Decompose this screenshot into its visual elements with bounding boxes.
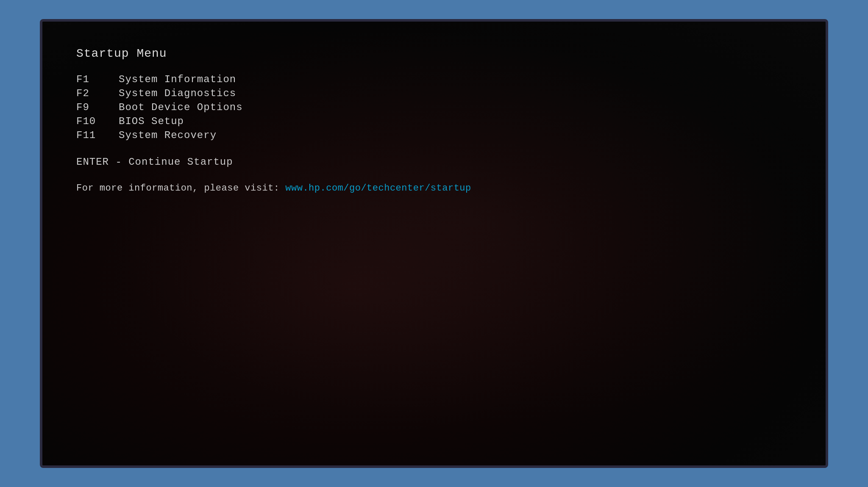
- screen-title: Startup Menu: [76, 47, 792, 60]
- menu-key: F11: [76, 130, 119, 141]
- menu-label: System Diagnostics: [119, 88, 236, 99]
- menu-row[interactable]: F11System Recovery: [76, 130, 792, 141]
- info-link: www.hp.com/go/techcenter/startup: [285, 183, 471, 194]
- menu-label: BIOS Setup: [119, 116, 184, 127]
- monitor: Startup Menu F1System InformationF2Syste…: [40, 19, 828, 468]
- menu-table: F1System InformationF2System Diagnostics…: [76, 74, 792, 141]
- info-line: For more information, please visit: www.…: [76, 183, 792, 194]
- menu-key: F1: [76, 74, 119, 85]
- menu-row[interactable]: F10BIOS Setup: [76, 116, 792, 127]
- menu-key: F2: [76, 88, 119, 99]
- menu-label: System Recovery: [119, 130, 217, 141]
- bios-screen: Startup Menu F1System InformationF2Syste…: [42, 22, 826, 465]
- menu-row[interactable]: F1System Information: [76, 74, 792, 85]
- menu-row[interactable]: F9Boot Device Options: [76, 102, 792, 113]
- menu-label: System Information: [119, 74, 236, 85]
- menu-key: F9: [76, 102, 119, 113]
- menu-key: F10: [76, 116, 119, 127]
- menu-label: Boot Device Options: [119, 102, 243, 113]
- enter-line: ENTER - Continue Startup: [76, 156, 792, 168]
- menu-row[interactable]: F2System Diagnostics: [76, 88, 792, 99]
- info-prefix: For more information, please visit:: [76, 183, 285, 194]
